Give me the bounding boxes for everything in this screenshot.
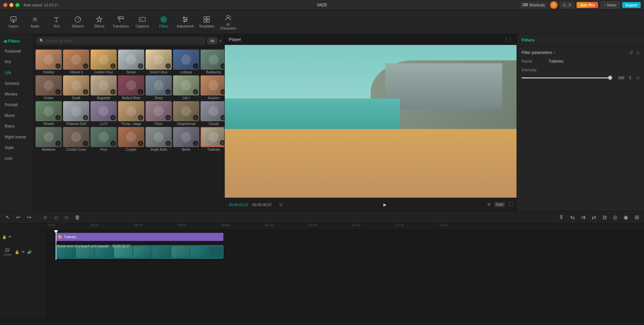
filter-item-lo-fi[interactable]: ↓Lo-Fi bbox=[91, 101, 117, 126]
toolbar-transitions[interactable]: Transitions bbox=[111, 12, 131, 32]
video-lock-icon[interactable]: 🔒 bbox=[15, 250, 19, 254]
filter-item-gingerbread[interactable]: ↓Gingerbread bbox=[173, 101, 199, 126]
filter-item-sense[interactable]: ↓Sense bbox=[118, 50, 144, 74]
download-icon[interactable]: ↓ bbox=[165, 63, 171, 69]
shortcuts-button[interactable]: ⌨ Shortcuts bbox=[520, 2, 547, 8]
filter-item-holiday[interactable]: ↓Holiday bbox=[36, 50, 62, 74]
toolbar-effects[interactable]: Effects bbox=[89, 12, 109, 32]
filter-item-copper[interactable]: ↓Copper bbox=[118, 127, 144, 151]
track-eye-icon[interactable]: 👁 bbox=[8, 235, 12, 239]
delete-button[interactable]: 🗑 bbox=[73, 213, 82, 221]
download-icon[interactable]: ↓ bbox=[138, 141, 143, 146]
download-icon[interactable]: ↓ bbox=[220, 140, 224, 145]
filter-item-badbunny[interactable]: ↓Badbunny bbox=[201, 50, 224, 74]
download-icon[interactable]: ↓ bbox=[110, 63, 116, 69]
toolbar-audio[interactable]: Audio bbox=[25, 12, 45, 32]
download-icon[interactable]: ↓ bbox=[193, 115, 198, 120]
tl-icon-6[interactable]: ◉ bbox=[622, 213, 630, 221]
up-down-icon[interactable]: ⇕ bbox=[628, 75, 632, 80]
filter-item-sunlit[interactable]: ↓Sunlit bbox=[63, 75, 89, 100]
download-icon[interactable]: ↓ bbox=[193, 141, 198, 146]
download-icon[interactable]: ↓ bbox=[55, 115, 61, 120]
filter-item-autumn[interactable]: ↓Autumn bbox=[201, 75, 224, 100]
maximize-button[interactable] bbox=[15, 3, 19, 7]
download-icon[interactable]: ↓ bbox=[83, 89, 88, 94]
sidebar-item-cool[interactable]: cool bbox=[1, 153, 32, 164]
download-icon[interactable]: ↓ bbox=[55, 141, 61, 146]
toolbar-captions[interactable]: Captions bbox=[132, 12, 152, 32]
download-icon[interactable]: ↓ bbox=[83, 141, 88, 146]
ratio-button[interactable]: Ratio bbox=[494, 202, 505, 207]
download-icon[interactable]: ↓ bbox=[55, 89, 61, 94]
video-clip[interactable] bbox=[56, 245, 223, 259]
play-button[interactable]: ▶ bbox=[380, 200, 389, 209]
cover-button[interactable]: Cover bbox=[2, 248, 13, 256]
export-button[interactable]: Export bbox=[622, 2, 641, 8]
tl-zoom[interactable]: ⊞ bbox=[633, 213, 641, 221]
toolbar-import[interactable]: Import bbox=[3, 12, 23, 32]
sidebar-item-featured[interactable]: Featured bbox=[1, 46, 32, 56]
record-button[interactable]: 🎙 bbox=[557, 213, 566, 221]
playhead[interactable] bbox=[56, 230, 56, 243]
sidebar-item-pro[interactable]: Pro bbox=[1, 57, 32, 67]
sidebar-item-style[interactable]: Style bbox=[1, 143, 32, 153]
tl-icon-4[interactable]: ⧉ bbox=[600, 213, 608, 221]
target-icon[interactable]: ⊙ bbox=[487, 202, 491, 207]
filter-item-umber[interactable]: ↓Umber bbox=[36, 75, 62, 100]
redo-button[interactable]: ↪ bbox=[25, 213, 33, 221]
video-audio-icon[interactable]: 🔊 bbox=[27, 250, 32, 254]
download-icon[interactable]: ↓ bbox=[193, 89, 198, 94]
download-icon[interactable]: ↓ bbox=[220, 63, 224, 69]
close-button[interactable] bbox=[3, 3, 7, 7]
filter-item-dried-citrus[interactable]: ↓Dried Citrus bbox=[146, 50, 172, 74]
download-icon[interactable]: ↓ bbox=[110, 115, 116, 120]
filter-item-pine[interactable]: ↓Pine bbox=[91, 127, 117, 151]
filter-item-wreath[interactable]: ↓Wreath bbox=[36, 101, 62, 126]
filter-clip[interactable]: 🎨 Tuileries bbox=[56, 233, 223, 241]
filter-item-golden-hour[interactable]: ↓Golden Hour bbox=[91, 50, 117, 74]
download-icon[interactable]: ↓ bbox=[165, 115, 171, 120]
download-icon[interactable]: ↓ bbox=[165, 89, 171, 94]
toolbar-adjustment[interactable]: Adjustment bbox=[175, 12, 195, 32]
toolbar-text[interactable]: Text bbox=[46, 12, 66, 32]
fullscreen-icon[interactable]: ⛶ bbox=[508, 202, 513, 207]
filter-item-deep[interactable]: ↓Deep bbox=[146, 75, 172, 100]
filter-item-life-i[interactable]: ↓Life I bbox=[173, 75, 199, 100]
download-icon[interactable]: ↓ bbox=[220, 89, 224, 94]
download-icon[interactable]: ↓ bbox=[138, 63, 143, 69]
download-icon[interactable]: ↓ bbox=[138, 89, 143, 94]
download-icon[interactable]: ↓ bbox=[138, 115, 143, 120]
trim-right-button[interactable]: ⟥ bbox=[63, 213, 71, 221]
sidebar-item-night-scene[interactable]: Night scene bbox=[1, 132, 32, 142]
filter-item-cloudy[interactable]: ↓Cloudy bbox=[201, 101, 224, 126]
share-button[interactable]: ↑ Share bbox=[601, 2, 620, 8]
download-icon[interactable]: ↓ bbox=[220, 115, 224, 120]
filter-item-vibrant-ii[interactable]: ↓Vibrant II bbox=[63, 50, 89, 74]
tl-icon-5[interactable]: ◎ bbox=[611, 213, 619, 221]
select-tool[interactable]: ↖ bbox=[3, 213, 11, 221]
filter-item-conifer-cone[interactable]: ↓Conifer Cone bbox=[63, 127, 89, 151]
sidebar-item-scenery[interactable]: Scenery bbox=[1, 78, 32, 88]
filter-item-mistletoe[interactable]: ↓Mistletoe bbox=[36, 127, 62, 151]
toolbar-ai-characters[interactable]: AI Characters bbox=[218, 12, 238, 32]
join-pro-button[interactable]: Join Pro bbox=[577, 2, 598, 8]
filter-item-baguette[interactable]: ↓Baguette bbox=[91, 75, 117, 100]
download-icon[interactable]: ↓ bbox=[110, 89, 116, 94]
download-icon[interactable]: ↓ bbox=[83, 63, 88, 69]
tl-icon-3[interactable]: ⇄ bbox=[590, 213, 598, 221]
undo-button[interactable]: ↩ bbox=[14, 213, 22, 221]
track-lock-icon[interactable]: 🔒 bbox=[2, 235, 7, 239]
filter-item-mulled-wine[interactable]: ↓Mulled Wine bbox=[118, 75, 144, 100]
sidebar-item-retro[interactable]: Retro bbox=[1, 121, 32, 131]
sidebar-item-movies[interactable]: Movies bbox=[1, 89, 32, 99]
filter-item-jingle-bells[interactable]: ↓Jingle Bells bbox=[146, 127, 172, 151]
refresh-icon[interactable]: ↺ bbox=[630, 50, 633, 55]
video-eye-icon[interactable]: 👁 bbox=[21, 250, 25, 254]
download-icon[interactable]: ↓ bbox=[55, 63, 61, 69]
filter-item-lollipop[interactable]: ↓Lollipop bbox=[173, 50, 199, 74]
filter-item-throw...ntage[interactable]: ↓Throw...ntage bbox=[118, 101, 144, 126]
grid-view-icon[interactable]: ⊞ bbox=[279, 202, 282, 207]
filter-item-tuileries[interactable]: ↓Tuileries bbox=[201, 127, 224, 151]
sidebar-item-mono[interactable]: Mono bbox=[1, 111, 32, 121]
sidebar-item-portrait[interactable]: Portrait bbox=[1, 100, 32, 110]
